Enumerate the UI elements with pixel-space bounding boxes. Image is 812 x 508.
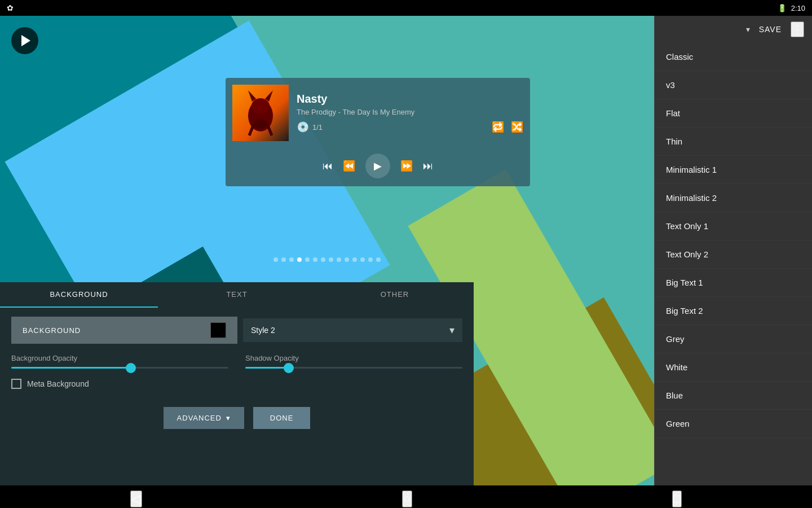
dot-4[interactable]	[297, 257, 302, 262]
tab-other[interactable]: OTHER	[316, 282, 474, 308]
action-buttons: ADVANCED ▾ DONE	[0, 398, 474, 438]
shadow-opacity-fill	[245, 367, 289, 369]
dots-indicator	[0, 253, 654, 266]
tabs: BACKGROUND TEXT OTHER	[0, 282, 474, 308]
style-select-label: Style 2	[251, 326, 275, 335]
meta-left: 💿 1/1	[297, 121, 323, 133]
skip-fwd-button[interactable]: ⏭	[423, 160, 433, 172]
sidebar-item-flat[interactable]: Flat	[655, 99, 812, 128]
sidebar-item-textonly2[interactable]: Text Only 2	[655, 240, 812, 269]
background-opacity-track[interactable]	[11, 367, 228, 369]
meta-background-checkbox[interactable]	[11, 379, 21, 389]
dropdown-arrow-icon[interactable]: ▾	[746, 25, 750, 34]
more-options-button[interactable]: ⋮	[791, 21, 804, 37]
shadow-opacity-group: Shadow Opacity	[245, 354, 462, 369]
vinyl-icon: 💿	[297, 121, 309, 133]
tab-background[interactable]: BACKGROUND	[0, 282, 158, 308]
status-bar-left: ✿	[7, 3, 14, 12]
dot-8[interactable]	[329, 257, 333, 262]
play-button-topleft[interactable]	[11, 27, 38, 54]
tab-text[interactable]: TEXT	[158, 282, 316, 308]
dot-12[interactable]	[360, 257, 365, 262]
dot-3[interactable]	[289, 257, 294, 262]
meta-background-row[interactable]: Meta Background	[11, 379, 462, 389]
done-button[interactable]: DONE	[253, 407, 311, 429]
sidebar-item-green[interactable]: Green	[655, 410, 812, 438]
panel-content: BACKGROUND Style 2 ▾ Background Opacity	[0, 308, 474, 398]
album-art	[232, 85, 289, 141]
album-art-svg	[232, 85, 289, 141]
meta-right: 🔁 🔀	[492, 121, 523, 133]
dot-2[interactable]	[281, 257, 286, 262]
color-swatch[interactable]	[210, 322, 226, 338]
background-opacity-thumb[interactable]	[126, 363, 136, 373]
sidebar-list: Classic v3 Flat Thin Minimalistic 1 Mini…	[655, 43, 812, 485]
sidebar-item-bigtext1[interactable]: Big Text 1	[655, 269, 812, 297]
dot-11[interactable]	[352, 257, 357, 262]
android-icon: ✿	[7, 3, 14, 12]
sidebar-item-bigtext2[interactable]: Big Text 2	[655, 297, 812, 325]
play-pause-button[interactable]: ▶	[365, 154, 390, 178]
back-button[interactable]: ◁	[130, 491, 142, 507]
advanced-button[interactable]: ADVANCED ▾	[164, 407, 244, 429]
dot-5[interactable]	[305, 257, 310, 262]
song-title: Nasty	[297, 93, 523, 106]
background-row: BACKGROUND Style 2 ▾	[11, 317, 462, 344]
sidebar-item-thin[interactable]: Thin	[655, 128, 812, 156]
repeat-icon[interactable]: 🔁	[492, 121, 504, 133]
svg-point-5	[251, 98, 270, 114]
svg-point-6	[254, 120, 267, 129]
sidebar-item-blue[interactable]: Blue	[655, 382, 812, 410]
content-area: Nasty The Prodigy - The Day Is My Enemy …	[0, 16, 654, 485]
style-select[interactable]: Style 2 ▾	[243, 318, 462, 342]
shuffle-icon[interactable]: 🔀	[511, 121, 523, 133]
sidebar-item-grey[interactable]: Grey	[655, 325, 812, 353]
next-button[interactable]: ⏩	[400, 160, 413, 172]
dropdown-arrow-icon: ▾	[449, 324, 454, 336]
shadow-opacity-thumb[interactable]	[284, 363, 294, 373]
widget-info: Nasty The Prodigy - The Day Is My Enemy …	[297, 93, 523, 133]
dot-6[interactable]	[313, 257, 317, 262]
skip-back-button[interactable]: ⏮	[323, 160, 333, 172]
prev-button[interactable]: ⏪	[343, 160, 355, 172]
song-subtitle: The Prodigy - The Day Is My Enemy	[297, 108, 523, 116]
main-area: Nasty The Prodigy - The Day Is My Enemy …	[0, 16, 812, 485]
sidebar-item-classic[interactable]: Classic	[655, 43, 812, 71]
sidebar-item-white[interactable]: White	[655, 353, 812, 382]
music-widget: Nasty The Prodigy - The Day Is My Enemy …	[226, 78, 530, 186]
background-opacity-group: Background Opacity	[11, 354, 228, 369]
sidebar-item-textonly1[interactable]: Text Only 1	[655, 212, 812, 240]
dot-1[interactable]	[273, 257, 278, 262]
dot-9[interactable]	[337, 257, 341, 262]
status-bar-right: 🔋 2:10	[778, 4, 805, 12]
background-label-box: BACKGROUND	[11, 317, 237, 344]
dot-14[interactable]	[376, 257, 381, 262]
battery-icon: 🔋	[778, 4, 787, 12]
sidebar-item-minimalistic2[interactable]: Minimalistic 2	[655, 184, 812, 212]
play-icon	[21, 35, 30, 46]
widget-controls: ⏮ ⏪ ▶ ⏩ ⏭	[226, 148, 530, 186]
track-info: 1/1	[312, 123, 323, 132]
meta-background-label: Meta Background	[27, 379, 89, 388]
recent-button[interactable]: □	[672, 491, 682, 507]
sidebar-header: ▾ SAVE ⋮	[655, 16, 812, 43]
dot-13[interactable]	[368, 257, 373, 262]
sidebar-item-minimalistic1[interactable]: Minimalistic 1	[655, 156, 812, 184]
save-button[interactable]: SAVE	[759, 25, 782, 34]
dot-10[interactable]	[345, 257, 349, 262]
dot-7[interactable]	[321, 257, 325, 262]
advanced-dropdown-icon: ▾	[226, 414, 231, 422]
shadow-opacity-track[interactable]	[245, 367, 462, 369]
background-opacity-label: Background Opacity	[11, 354, 228, 362]
sidebar-item-v3[interactable]: v3	[655, 71, 812, 99]
time-display: 2:10	[791, 4, 805, 12]
bottom-panel: BACKGROUND TEXT OTHER BACKGROUND Style 2…	[0, 282, 474, 485]
widget-meta: 💿 1/1 🔁 🔀	[297, 121, 523, 133]
background-opacity-fill	[11, 367, 131, 369]
bottom-nav: ◁ ○ □	[0, 485, 812, 508]
background-label: BACKGROUND	[23, 326, 81, 335]
home-button[interactable]: ○	[402, 491, 412, 507]
widget-top: Nasty The Prodigy - The Day Is My Enemy …	[226, 78, 530, 148]
sliders-row: Background Opacity Shadow Opacity	[11, 354, 462, 369]
status-bar: ✿ 🔋 2:10	[0, 0, 812, 16]
